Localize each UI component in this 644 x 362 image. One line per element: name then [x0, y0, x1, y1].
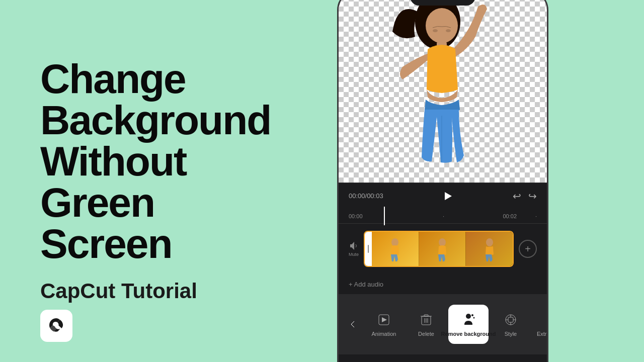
svg-marker-6	[445, 192, 452, 200]
dancer-container	[339, 0, 547, 183]
headline-line2: Background	[40, 97, 271, 143]
playback-icons	[440, 188, 456, 204]
video-preview	[339, 0, 547, 183]
toolbar-inner: Animation	[339, 294, 547, 354]
remove-bg-label: Remove background	[441, 331, 496, 337]
back-button[interactable]	[344, 315, 362, 333]
editor-area: 00:00/00:03 ↩ ↪	[339, 183, 547, 362]
clip-track: Mute	[339, 224, 547, 274]
clip-thumb-2	[419, 232, 466, 266]
delete-icon	[418, 312, 434, 328]
play-button[interactable]	[440, 188, 456, 204]
mute-button[interactable]: Mute	[349, 241, 359, 257]
tool-remove-bg[interactable]: Remove background	[448, 305, 489, 344]
animation-label: Animation	[372, 331, 396, 337]
svg-point-18	[466, 314, 471, 319]
main-container: Change Background Without Green Screen C…	[0, 0, 644, 362]
svg-marker-12	[382, 317, 387, 322]
headline: Change Background Without Green Screen	[40, 58, 282, 264]
mute-label: Mute	[349, 252, 359, 257]
phone-wrapper: 00:00/00:03 ↩ ↪	[337, 0, 569, 362]
animation-icon	[376, 312, 392, 328]
style-icon	[503, 312, 519, 328]
svg-point-9	[439, 238, 446, 246]
clip-thumb-3	[466, 232, 513, 266]
ruler-label-end2: ·	[535, 213, 537, 219]
clip-strip[interactable]	[364, 231, 514, 267]
time-display: 00:00/00:03	[349, 192, 383, 200]
ruler-label-start: 00:00	[349, 213, 363, 219]
tool-animation[interactable]: Animation	[364, 306, 404, 343]
add-clip-button[interactable]: +	[519, 240, 537, 258]
headline-line4: Green Screen	[40, 179, 172, 266]
tool-extract-audio[interactable]: Extract audio	[533, 306, 547, 343]
phone-frame: 00:00/00:03 ↩ ↪	[337, 0, 548, 362]
style-label: Style	[505, 331, 517, 337]
svg-rect-22	[508, 317, 513, 322]
ruler-label-end: 00:02	[503, 213, 517, 219]
playhead	[384, 207, 385, 225]
svg-point-20	[473, 317, 475, 319]
svg-point-10	[486, 238, 493, 246]
redo-icon[interactable]: ↪	[528, 190, 537, 202]
timeline-ruler: 00:00 · 00:02 ·	[339, 209, 547, 224]
extract-audio-icon	[545, 312, 547, 328]
add-audio-bar[interactable]: + Add audio	[339, 274, 547, 294]
bottom-toolbar: Animation	[339, 294, 547, 354]
playback-bar: 00:00/00:03 ↩ ↪	[339, 183, 547, 209]
clip-left-handle[interactable]	[365, 232, 372, 266]
svg-point-4	[433, 29, 438, 32]
capcut-logo-box	[40, 310, 72, 342]
svg-rect-7	[368, 245, 369, 253]
tool-delete[interactable]: Delete	[406, 306, 446, 343]
svg-point-5	[446, 29, 451, 32]
dancer-figure	[377, 0, 508, 183]
svg-point-1	[426, 8, 458, 43]
svg-point-8	[391, 238, 398, 246]
undo-redo-controls: ↩ ↪	[513, 190, 537, 202]
extract-audio-label: Extract audio	[537, 331, 547, 337]
remove-bg-icon	[460, 312, 476, 328]
left-panel: Change Background Without Green Screen C…	[0, 0, 312, 362]
right-panel: 00:00/00:03 ↩ ↪	[312, 0, 644, 362]
clip-thumbnails	[372, 232, 513, 266]
add-audio-label: + Add audio	[349, 281, 383, 288]
capcut-logo-icon	[46, 315, 67, 336]
clip-thumb-1	[372, 232, 419, 266]
headline-line1: Change	[40, 56, 186, 102]
ruler-label-mid: ·	[443, 213, 444, 219]
undo-icon[interactable]: ↩	[513, 190, 521, 202]
delete-label: Delete	[418, 331, 434, 337]
tool-style[interactable]: Style	[491, 306, 531, 343]
phone-notch	[410, 0, 475, 6]
logo-area	[40, 310, 72, 342]
headline-line3: Without	[40, 138, 186, 184]
subtitle: CapCut Tutorial	[40, 279, 282, 304]
